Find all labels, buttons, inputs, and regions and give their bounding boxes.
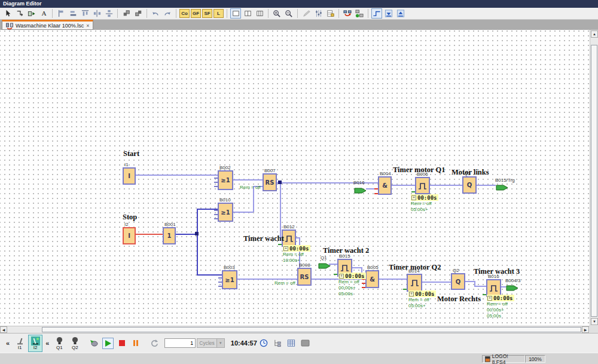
align-flag-button[interactable] — [56, 8, 66, 19]
redo-button[interactable] — [162, 8, 173, 19]
block-b008[interactable]: B008RS — [297, 268, 312, 286]
text-label[interactable]: Timer wacht 3 — [474, 267, 520, 276]
signal-tree-button[interactable] — [272, 338, 283, 349]
layout-two-pane-button[interactable] — [242, 8, 253, 19]
block-b003[interactable]: B003≥1 — [222, 270, 237, 289]
select-tool-button[interactable] — [2, 8, 13, 19]
param-annotation: Rem = off — [274, 280, 295, 286]
text-label[interactable]: Motor links — [451, 168, 489, 177]
align-top-button[interactable] — [80, 8, 90, 19]
tab-wasmachine[interactable]: Wasmachine Klaar 100%.lsc × — [2, 20, 93, 30]
undo-button[interactable] — [150, 8, 161, 19]
cycles-count-input[interactable] — [164, 338, 196, 348]
input-i1-button[interactable]: I1 — [13, 335, 27, 352]
block-q2[interactable]: Q2Q — [451, 273, 465, 290]
page-grid-button[interactable] — [325, 8, 335, 19]
text-label[interactable]: Timer motor Q2 — [389, 263, 441, 272]
block-id-label: B007 — [264, 168, 276, 173]
display-panel-button[interactable] — [300, 338, 311, 349]
diagram-surface[interactable]: I1II2IB0011B002≥1B010≥1B003≥1B007RSB012B… — [0, 30, 590, 326]
input-i2-label: I2 — [33, 345, 38, 350]
block-q1[interactable]: Q1Q — [462, 176, 477, 194]
text-label[interactable]: Motor Rechts — [437, 295, 481, 304]
simulation-pause-button[interactable] — [130, 338, 141, 349]
toolbar-separator — [297, 9, 298, 18]
text-label[interactable]: Timer wacht — [243, 234, 284, 243]
constants-co-button[interactable]: Co — [179, 9, 190, 18]
simulation-stop-button[interactable] — [116, 338, 127, 349]
flag-b004-3[interactable] — [506, 283, 518, 294]
block-b004[interactable]: B004& — [378, 176, 392, 195]
layout-three-pane-button[interactable] — [254, 8, 265, 19]
scroll-right-button[interactable]: ▶ — [582, 326, 589, 333]
signal-step-icon — [373, 10, 381, 17]
basic-functions-gf-button[interactable]: GF — [191, 9, 201, 18]
horizontal-scrollbar[interactable]: ◀ ▶ — [0, 326, 590, 333]
document-diagram-icon — [6, 22, 13, 29]
scroll-up-button[interactable]: ▲ — [591, 30, 598, 38]
special-functions-sf-button[interactable]: SF — [202, 9, 212, 18]
scroll-down-button[interactable]: ▼ — [591, 318, 598, 325]
flag-b016[interactable] — [354, 186, 367, 197]
logic-l-button[interactable]: L — [213, 9, 224, 18]
switch-off-icon — [16, 337, 25, 345]
set-time-button[interactable] — [258, 338, 270, 349]
output-q2-lamp[interactable]: Q2 — [68, 335, 82, 352]
horizontal-scroll-thumb[interactable] — [42, 327, 581, 332]
diagram-canvas[interactable]: I1II2IB0011B002≥1B010≥1B003≥1B007RSB012B… — [0, 30, 598, 326]
text-label[interactable]: Start — [123, 149, 139, 158]
input-i2-button[interactable]: I2 — [28, 335, 42, 352]
distribute-horizontal-button[interactable] — [91, 8, 102, 19]
upload-from-device-button[interactable] — [395, 8, 406, 19]
tab-close-icon[interactable]: × — [86, 23, 89, 29]
block-b001[interactable]: B0011 — [163, 227, 176, 244]
connector-tool-button[interactable] — [14, 8, 25, 19]
cycles-unit-select[interactable]: Cycles ▼ — [197, 338, 225, 348]
block-id-label: Q2 — [453, 268, 459, 273]
align-left-button[interactable] — [68, 8, 78, 19]
zoom-in-button[interactable] — [271, 8, 282, 19]
simulation-step-button[interactable] — [371, 8, 382, 19]
text-tool-button[interactable]: A — [38, 8, 49, 19]
wire — [477, 185, 496, 186]
text-label[interactable]: Timer wacht 2 — [323, 246, 369, 255]
timer-value: +00:00s — [411, 194, 438, 201]
text-label[interactable]: Timer motor Q1 — [393, 166, 446, 175]
layout-single-pane-button[interactable] — [230, 8, 241, 19]
input-stub — [278, 244, 282, 245]
bring-forward-button[interactable] — [121, 8, 132, 19]
flag-q1[interactable] — [318, 261, 331, 272]
wire-junction — [195, 232, 199, 235]
block-b010[interactable]: B010≥1 — [218, 203, 233, 222]
block-id-label: B003 — [224, 265, 235, 270]
block-b005[interactable]: B005& — [365, 270, 379, 288]
collapse-outputs-button[interactable]: « — [45, 339, 49, 347]
send-backward-button[interactable] — [133, 8, 144, 19]
download-to-device-button[interactable] — [383, 8, 394, 19]
block-b014[interactable]: B014 — [407, 274, 422, 292]
probe-tool-button[interactable] — [89, 338, 100, 349]
grid-settings-button[interactable] — [313, 8, 324, 19]
cycle-replay-button[interactable] — [148, 338, 160, 349]
block-i2[interactable]: I2I — [123, 227, 136, 244]
output-q1-lamp[interactable]: Q1 — [52, 335, 66, 352]
convert-tool-button[interactable] — [26, 8, 37, 19]
three-pane-icon — [256, 10, 264, 17]
collapse-inputs-button[interactable]: « — [6, 339, 10, 347]
flag-b015-trg[interactable] — [496, 183, 508, 194]
scroll-left-button[interactable]: ◀ — [0, 326, 7, 333]
distribute-vertical-button[interactable] — [103, 8, 114, 19]
block-i1[interactable]: I1I — [123, 167, 136, 185]
vertical-scrollbar[interactable]: ▲ ▼ — [590, 30, 598, 326]
text-label[interactable]: Stop — [123, 213, 137, 222]
data-table-button[interactable] — [286, 338, 297, 349]
vertical-scroll-thumb[interactable] — [591, 45, 597, 317]
zoom-out-button[interactable] — [283, 8, 294, 19]
network-view-button[interactable] — [354, 8, 365, 19]
simulation-play-button[interactable] — [102, 338, 114, 349]
block-b006[interactable]: B006 — [415, 177, 430, 194]
block-b007[interactable]: B007RS — [263, 173, 277, 191]
comment-tool-button[interactable] — [301, 8, 312, 19]
block-b002[interactable]: B002≥1 — [218, 170, 233, 190]
convert-diagram-button[interactable] — [342, 8, 353, 19]
